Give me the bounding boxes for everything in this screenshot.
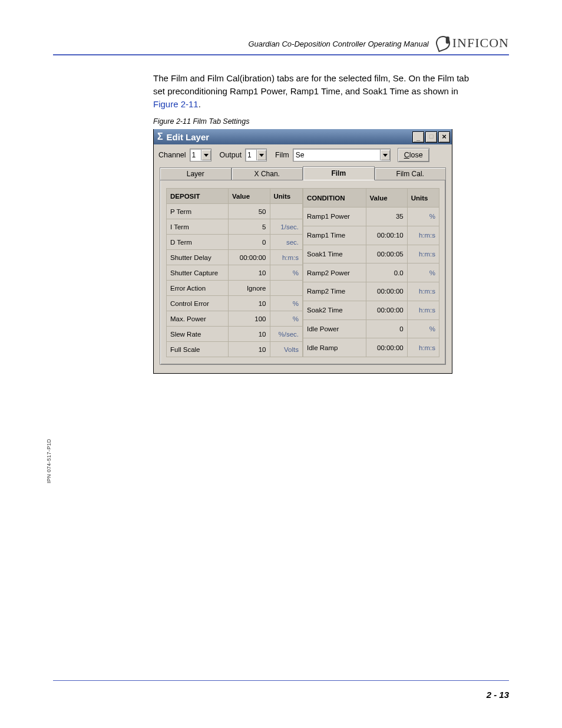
film-value: Se xyxy=(293,151,380,159)
param-value[interactable]: 00:00:00 xyxy=(366,301,407,319)
table-row: I Term51/sec. xyxy=(167,219,303,235)
param-value[interactable]: 00:00:00 xyxy=(366,338,407,357)
param-value[interactable]: 00:00:10 xyxy=(366,226,407,245)
close-btn-mnemonic: C xyxy=(404,151,409,159)
table-row: Ramp2 Time00:00:00h:m:s xyxy=(303,282,439,301)
param-name: Ramp2 Time xyxy=(303,282,366,301)
param-value[interactable]: 10 xyxy=(228,342,270,357)
table-row: Ramp1 Power35% xyxy=(303,207,439,226)
table-row: Ramp2 Power0.0% xyxy=(303,263,439,282)
tab-xchan[interactable]: X Chan. xyxy=(232,167,303,180)
table-row: Idle Ramp00:00:00h:m:s xyxy=(303,338,439,357)
param-name: Idle Ramp xyxy=(303,338,366,357)
figure-link[interactable]: Figure 2-11 xyxy=(153,99,199,109)
param-units: h:m:s xyxy=(407,245,439,263)
param-value[interactable]: 00:00:00 xyxy=(228,250,270,265)
param-units: h:m:s xyxy=(407,282,439,301)
param-name: Full Scale xyxy=(167,342,229,357)
figure-caption: Figure 2-11 Film Tab Settings xyxy=(153,117,509,126)
param-value[interactable]: 0 xyxy=(228,235,270,250)
logo-text: INFICON xyxy=(452,35,509,51)
units-header: Units xyxy=(407,189,439,207)
param-units: %/sec. xyxy=(270,327,302,342)
page-number: 2 - 13 xyxy=(487,690,509,700)
param-units xyxy=(270,204,302,219)
param-units: % xyxy=(407,207,439,226)
table-row: Ramp1 Time00:00:10h:m:s xyxy=(303,226,439,245)
table-row: Control Error10% xyxy=(167,296,303,311)
minimize-button[interactable]: _ xyxy=(412,131,424,143)
param-value[interactable]: 0 xyxy=(366,319,407,338)
close-btn-rest: lose xyxy=(409,151,423,159)
param-value[interactable]: 00:00:05 xyxy=(366,245,407,263)
param-value[interactable]: 35 xyxy=(366,207,407,226)
table-row: Soak1 Time00:00:05h:m:s xyxy=(303,245,439,263)
table-row: Full Scale10Volts xyxy=(167,342,303,357)
chevron-down-icon xyxy=(201,150,211,160)
param-units: Volts xyxy=(270,342,302,357)
body-paragraph: The Film and Film Cal(ibration) tabs are… xyxy=(153,72,509,110)
param-name: Error Action xyxy=(167,281,229,296)
table-row: Error ActionIgnore xyxy=(167,281,303,296)
manual-title: Guardian Co-Deposition Controller Operat… xyxy=(153,39,436,51)
tab-film[interactable]: Film xyxy=(303,166,375,180)
param-name: Soak1 Time xyxy=(303,245,366,263)
units-header: Units xyxy=(270,189,302,204)
condition-header: CONDITION xyxy=(303,189,366,207)
side-note: IPN 074-517-P1D xyxy=(46,439,52,483)
close-window-button[interactable]: × xyxy=(438,131,450,143)
param-name: Shutter Delay xyxy=(167,250,229,265)
deposit-table: DEPOSIT Value Units P Term50I Term51/sec… xyxy=(166,188,303,357)
value-header: Value xyxy=(366,189,407,207)
para-period: . xyxy=(199,99,201,109)
param-value[interactable]: 00:00:00 xyxy=(366,282,407,301)
param-name: Control Error xyxy=(167,296,229,311)
table-row: P Term50 xyxy=(167,204,303,219)
channel-label: Channel xyxy=(158,151,186,159)
sigma-icon: Σ xyxy=(157,131,163,142)
table-row: Soak2 Time00:00:00h:m:s xyxy=(303,301,439,319)
param-value[interactable]: 10 xyxy=(228,327,270,342)
param-name: Max. Power xyxy=(167,311,229,327)
tab-content: DEPOSIT Value Units P Term50I Term51/sec… xyxy=(160,180,446,365)
param-name: Ramp2 Power xyxy=(303,263,366,282)
param-value[interactable]: 0.0 xyxy=(366,263,407,282)
param-name: Soak2 Time xyxy=(303,301,366,319)
table-row: Slew Rate10%/sec. xyxy=(167,327,303,342)
window-titlebar[interactable]: Σ Edit Layer _ □ × xyxy=(154,129,452,144)
param-value[interactable]: 100 xyxy=(228,311,270,327)
param-value[interactable]: 10 xyxy=(228,296,270,311)
output-value: 1 xyxy=(246,151,256,159)
table-row: Idle Power0% xyxy=(303,319,439,338)
param-value[interactable]: Ignore xyxy=(228,281,270,296)
close-button[interactable]: Close xyxy=(398,148,429,162)
param-value[interactable]: 5 xyxy=(228,219,270,235)
param-units: h:m:s xyxy=(407,226,439,245)
tab-filmcal[interactable]: Film Cal. xyxy=(375,167,447,180)
param-name: I Term xyxy=(167,219,229,235)
edit-layer-window: Σ Edit Layer _ □ × Channel 1 Output 1 Fi… xyxy=(153,129,452,374)
param-units xyxy=(270,281,302,296)
output-select[interactable]: 1 xyxy=(245,149,267,162)
param-name: P Term xyxy=(167,204,229,219)
param-value[interactable]: 50 xyxy=(228,204,270,219)
tab-layer[interactable]: Layer xyxy=(160,167,232,180)
param-value[interactable]: 10 xyxy=(228,265,270,281)
param-units: % xyxy=(407,319,439,338)
condition-table: CONDITION Value Units Ramp1 Power35%Ramp… xyxy=(303,188,439,357)
film-select[interactable]: Se xyxy=(293,149,391,162)
value-header: Value xyxy=(228,189,270,204)
table-row: D Term0sec. xyxy=(167,235,303,250)
param-name: Shutter Capture xyxy=(167,265,229,281)
deposit-header: DEPOSIT xyxy=(167,189,229,204)
param-units: h:m:s xyxy=(407,338,439,357)
param-name: Idle Power xyxy=(303,319,366,338)
param-units: h:m:s xyxy=(407,301,439,319)
maximize-button[interactable]: □ xyxy=(425,131,437,143)
brand-logo: INFICON xyxy=(436,35,509,51)
output-label: Output xyxy=(220,151,242,159)
channel-select[interactable]: 1 xyxy=(190,149,211,162)
param-units: h:m:s xyxy=(270,250,302,265)
param-name: Ramp1 Time xyxy=(303,226,366,245)
param-units: % xyxy=(270,311,302,327)
